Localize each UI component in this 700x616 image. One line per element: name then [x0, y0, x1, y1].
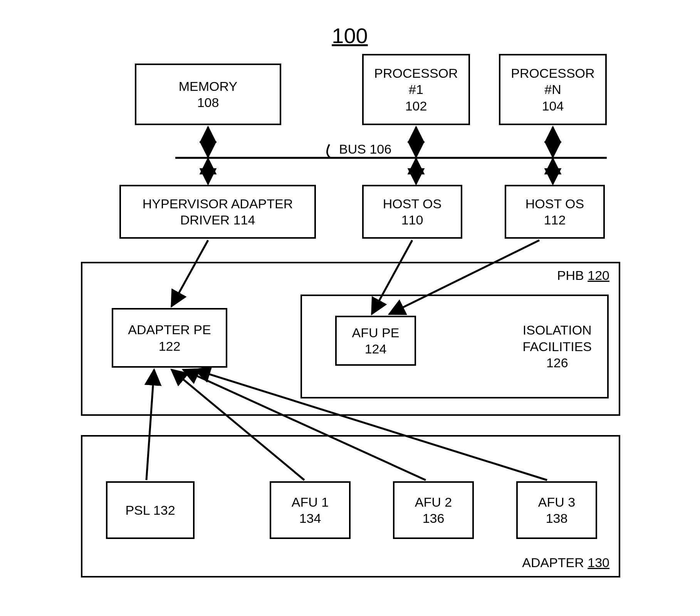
afu-2-label: AFU 2	[415, 494, 452, 511]
afu-1-box: AFU 1 134	[270, 481, 351, 539]
processor-n-label: PROCESSOR	[511, 65, 594, 82]
afu-pe-box: AFU PE 124	[335, 316, 416, 366]
adapter-pe-label: ADAPTER PE	[128, 321, 211, 338]
adapter-ref: 130	[588, 555, 609, 570]
bus-label: BUS	[339, 142, 366, 156]
afu-3-box: AFU 3 138	[516, 481, 597, 539]
isolation-facilities-label: ISOLATION	[523, 322, 592, 338]
diagram-canvas: 100 MEMORY 108 PROCESSOR #1 102 PROCESSO…	[0, 0, 700, 616]
phb-label: PHB	[557, 268, 584, 283]
host-os-1-ref: 110	[401, 212, 423, 228]
hypervisor-adapter-driver-label: HYPERVISOR ADAPTER	[143, 196, 293, 212]
hypervisor-adapter-driver-sub: DRIVER 114	[180, 212, 255, 228]
processor-1-label: PROCESSOR	[374, 65, 458, 82]
processor-n-box: PROCESSOR #N 104	[499, 54, 607, 125]
adapter-pe-box: ADAPTER PE 122	[112, 308, 227, 368]
memory-box: MEMORY 108	[135, 64, 281, 125]
processor-1-sub: #1	[409, 81, 423, 98]
afu-pe-label: AFU PE	[352, 325, 400, 341]
processor-n-ref: 104	[542, 98, 564, 114]
psl-box: PSL 132	[106, 481, 195, 539]
adapter-pe-ref: 122	[159, 338, 181, 355]
afu-2-ref: 136	[423, 510, 445, 527]
isolation-facilities-text: ISOLATION FACILITIES 126	[523, 322, 592, 371]
afu-1-label: AFU 1	[292, 494, 329, 511]
hypervisor-adapter-driver-box: HYPERVISOR ADAPTER DRIVER 114	[119, 185, 316, 239]
adapter-label: ADAPTER	[522, 555, 584, 570]
isolation-facilities-ref: 126	[523, 355, 592, 371]
bus-label-wrap: BUS 106	[339, 142, 391, 157]
adapter-label-wrap: ADAPTER 130	[522, 554, 609, 571]
memory-ref: 108	[197, 94, 219, 111]
host-os-1-box: HOST OS 110	[362, 185, 462, 239]
processor-1-box: PROCESSOR #1 102	[362, 54, 470, 125]
afu-3-label: AFU 3	[538, 494, 575, 511]
phb-ref: 120	[588, 268, 609, 283]
processor-1-ref: 102	[405, 98, 427, 114]
afu-1-ref: 134	[299, 510, 321, 527]
diagram-title: 100	[319, 23, 381, 48]
host-os-2-label: HOST OS	[525, 196, 584, 212]
psl-label: PSL 132	[125, 502, 175, 519]
afu-pe-ref: 124	[365, 341, 387, 357]
host-os-2-box: HOST OS 112	[505, 185, 605, 239]
afu-2-box: AFU 2 136	[393, 481, 474, 539]
host-os-1-label: HOST OS	[383, 196, 441, 212]
memory-label: MEMORY	[179, 78, 237, 95]
host-os-2-ref: 112	[544, 212, 566, 228]
processor-n-sub: #N	[544, 81, 561, 98]
afu-3-ref: 138	[546, 510, 568, 527]
phb-label-wrap: PHB 120	[557, 267, 609, 284]
isolation-facilities-sub: FACILITIES	[523, 338, 592, 355]
bus-ref: 106	[369, 142, 391, 156]
